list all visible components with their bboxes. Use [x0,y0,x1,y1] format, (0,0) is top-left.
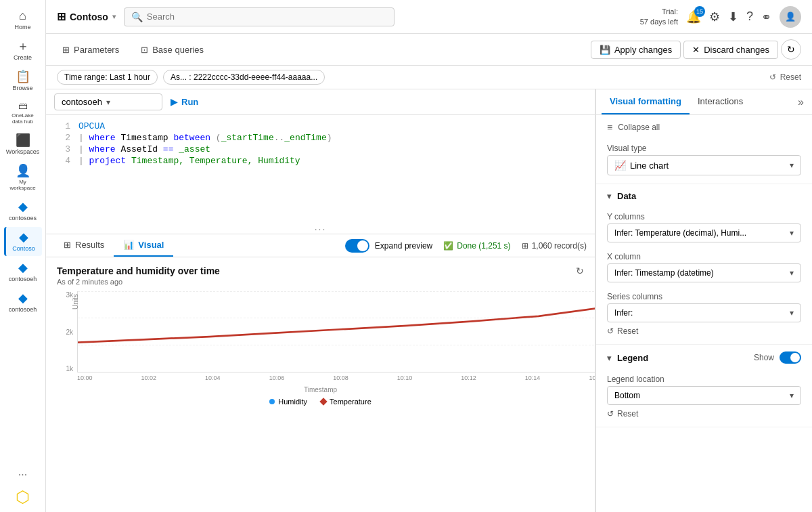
chart-subtitle: As of 2 minutes ago [57,278,584,286]
search-input[interactable] [147,12,387,22]
y-axis-title: Units [72,294,79,310]
visual-type-text: Line chart [630,161,669,171]
y-columns-dropdown[interactable]: Infer: Temperature (decimal), Humi... ▾ [607,223,801,242]
sidebar-label-contosoes: contosoes [9,215,37,221]
chart-refresh-button[interactable]: ↻ [576,265,584,276]
discard-changes-button[interactable]: ✕ Discard changes [683,41,778,59]
legend-location-value: Bottom [614,391,640,400]
tab-results-label: Results [75,240,104,250]
x-axis: 10:00 10:02 10:04 10:06 10:08 10:10 10:1… [77,372,595,386]
asset-label: As... : 2222cccc-33dd-eeee-ff44-aaaaa... [171,72,317,82]
legend-reset-label: Reset [617,409,638,419]
x-label-1000: 10:00 [77,375,93,386]
collapse-icon: ≡ [607,122,612,133]
tab-interactions[interactable]: Interactions [690,89,751,114]
reset-section: ↺ Reset [769,72,801,82]
sidebar-item-contoso[interactable]: ◆ Contoso [4,227,42,256]
series-columns-value: Infer: [614,308,633,318]
status-done: ✅ Done (1,251 s) [443,241,510,251]
sidebar-item-create[interactable]: ＋ Create [4,36,42,65]
sidebar-powerbi[interactable]: ⬡ [16,488,30,507]
tab-interactions-label: Interactions [698,96,743,106]
expand-preview-toggle[interactable]: Expand preview [345,239,432,253]
drag-handle[interactable]: ··· [46,223,595,234]
sidebar-label-myworkspace: Myworkspace [9,179,35,191]
code-editor[interactable]: 1 OPCUA 2 | where Timestamp between (_st… [46,115,595,223]
sidebar-label-browse: Browse [12,85,32,91]
sidebar-item-onelake[interactable]: 🗃 OneLakedata hub [4,97,42,129]
sidebar-item-contosoes[interactable]: ◆ contosoes [4,196,42,226]
x-axis-title: Timestamp [57,386,584,393]
sidebar-label-contoso: Contoso [12,245,35,252]
x-label-1008: 10:08 [333,375,348,386]
tab-parameters-label: Parameters [74,45,119,55]
discard-label: Discard changes [704,45,769,55]
tab-results[interactable]: ⊞ Results [54,234,114,257]
database-selector[interactable]: contosoeh ▾ [54,93,162,110]
visual-type-dropdown[interactable]: 📈 Line chart ▾ [607,155,801,175]
sidebar-more[interactable]: ··· [18,469,27,481]
run-button[interactable]: ▶ Run [171,97,198,107]
logo-chevron-icon: ▾ [112,13,116,20]
legend-show-toggle[interactable] [780,351,801,364]
refresh-button[interactable]: ↻ [781,39,801,60]
sidebar-item-home[interactable]: ⌂ Home [4,5,42,35]
search-bar[interactable]: 🔍 [124,7,394,26]
results-area: ⊞ Results 📊 Visual Expand preview ✅ [46,234,595,512]
legend-section-title: Legend [617,353,648,363]
contosoes-icon: ◆ [18,200,28,213]
sidebar-label-contosoeh1: contosoeh [9,276,37,282]
tab-visual-formatting[interactable]: Visual formatting [602,89,690,114]
sidebar-item-myworkspace[interactable]: 👤 Myworkspace [4,161,42,195]
data-reset-label: Reset [617,326,638,336]
legend-section: ▾ Legend Show Legend location Bottom ▾ ↺ [596,345,812,427]
code-line-3: 3 | where AssetId == _asset [46,144,595,155]
x-label-1006: 10:06 [269,375,285,386]
download-icon[interactable]: ⬇ [728,9,738,24]
sidebar-item-browse[interactable]: 📋 Browse [4,66,42,95]
settings-icon[interactable]: ⚙ [709,9,720,24]
records-text: 1,060 record(s) [532,241,587,251]
apply-changes-button[interactable]: 💾 Apply changes [591,41,681,59]
create-icon: ＋ [17,40,29,52]
browse-icon: 📋 [16,70,30,83]
data-section: ▾ Data Y columns Infer: Temperature (dec… [596,184,812,345]
time-range-filter[interactable]: Time range: Last 1 hour [57,70,158,85]
panel-expand-button[interactable]: » [795,93,807,111]
topnav-logo[interactable]: ⊞ Contoso ▾ [57,10,116,23]
collapse-all-label: Collapse all [618,123,660,132]
legend-section-header[interactable]: ▾ Legend Show [596,345,812,370]
asset-filter[interactable]: As... : 2222cccc-33dd-eeee-ff44-aaaaa... [163,70,325,85]
x-column-dropdown[interactable]: Infer: Timestamp (datetime) ▾ [607,263,801,282]
tab-parameters[interactable]: ⊞ Parameters [57,42,125,58]
notification-bell[interactable]: 🔔 15 [686,9,701,24]
code-content-4: | project Timestamp, Temperature, Humidi… [78,156,300,166]
humidity-label: Humidity [278,398,307,406]
tab-base-queries[interactable]: ⊡ Base queries [135,42,209,58]
series-columns-dropdown[interactable]: Infer: ▾ [607,303,801,322]
x-label-1016: 10:16 [589,375,595,386]
reset-label: Reset [780,72,801,82]
user-avatar[interactable]: 👤 [780,6,801,28]
sidebar-item-workspaces[interactable]: ⬛ Workspaces [4,130,42,159]
x-label-1010: 10:10 [397,375,413,386]
share-icon[interactable]: ⚭ [761,9,771,24]
legend-reset-button[interactable]: ↺ Reset [607,409,638,419]
legend-location-dropdown[interactable]: Bottom ▾ [607,386,801,405]
data-reset-button[interactable]: ↺ Reset [607,326,638,336]
collapse-all-header[interactable]: ≡ Collapse all [596,115,812,140]
expand-toggle-switch[interactable] [345,239,369,253]
base-queries-icon: ⊡ [141,45,148,55]
help-icon[interactable]: ? [746,9,753,24]
line-num-3: 3 [54,144,70,154]
results-tabs: ⊞ Results 📊 Visual Expand preview ✅ [46,234,595,257]
line-num-4: 4 [54,156,70,166]
sidebar-item-contosoeh1[interactable]: ◆ contosoeh [4,257,42,286]
notification-count: 15 [694,6,705,17]
sidebar-item-contosoeh2[interactable]: ◆ contosoeh [4,288,42,317]
chart-title: Temperature and humidity over time [57,265,584,276]
data-section-header[interactable]: ▾ Data [596,184,812,208]
tab-visual[interactable]: 📊 Visual [114,234,173,257]
contosoeh2-icon: ◆ [18,292,28,304]
x-column-value: Infer: Timestamp (datetime) [614,268,714,278]
